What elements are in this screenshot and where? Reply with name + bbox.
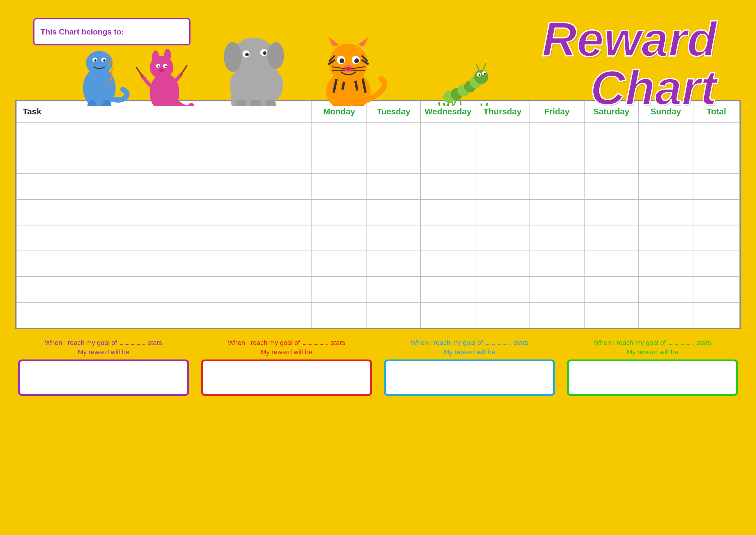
saturday-cell-6[interactable]: [584, 277, 639, 302]
tuesday-cell-4[interactable]: [366, 225, 420, 251]
title-block: Reward Chart: [542, 15, 717, 112]
svg-point-13: [152, 50, 159, 64]
svg-line-47: [329, 55, 335, 61]
reward-text-blue: When I reach my goal of starsMy reward w…: [411, 338, 528, 357]
thursday-cell-3[interactable]: [475, 199, 529, 225]
table-row[interactable]: [16, 302, 740, 328]
total-cell-0[interactable]: [693, 122, 740, 148]
task-cell-6[interactable]: [16, 277, 312, 302]
saturday-cell-5[interactable]: [584, 251, 639, 277]
sunday-cell-1[interactable]: [639, 148, 693, 174]
thursday-cell-1[interactable]: [475, 148, 529, 174]
friday-cell-0[interactable]: [530, 122, 584, 148]
reward-box-purple[interactable]: [18, 359, 189, 396]
sunday-cell-4[interactable]: [639, 225, 693, 251]
friday-cell-5[interactable]: [530, 251, 584, 277]
friday-cell-1[interactable]: [530, 148, 584, 174]
task-cell-7[interactable]: [16, 302, 312, 328]
col-tuesday: Tuesday: [366, 101, 420, 122]
tuesday-cell-6[interactable]: [366, 277, 420, 302]
wednesday-cell-1[interactable]: [420, 148, 475, 174]
wednesday-cell-3[interactable]: [420, 199, 475, 225]
svg-point-28: [243, 50, 250, 58]
sunday-cell-3[interactable]: [639, 199, 693, 225]
tuesday-cell-3[interactable]: [366, 199, 420, 225]
table-row[interactable]: [16, 251, 740, 277]
tuesday-cell-1[interactable]: [366, 148, 420, 174]
wednesday-cell-4[interactable]: [420, 225, 475, 251]
saturday-cell-7[interactable]: [584, 302, 639, 328]
task-cell-0[interactable]: [16, 122, 312, 148]
sunday-cell-0[interactable]: [639, 122, 693, 148]
total-cell-5[interactable]: [693, 251, 740, 277]
sunday-cell-6[interactable]: [639, 277, 693, 302]
svg-line-39: [343, 75, 346, 90]
table-row[interactable]: [16, 277, 740, 302]
tuesday-cell-2[interactable]: [366, 174, 420, 199]
wednesday-cell-7[interactable]: [420, 302, 475, 328]
saturday-cell-0[interactable]: [584, 122, 639, 148]
wednesday-cell-6[interactable]: [420, 277, 475, 302]
sunday-cell-5[interactable]: [639, 251, 693, 277]
task-cell-5[interactable]: [16, 251, 312, 277]
wednesday-cell-2[interactable]: [420, 174, 475, 199]
thursday-cell-0[interactable]: [475, 122, 529, 148]
thursday-cell-6[interactable]: [475, 277, 529, 302]
saturday-cell-1[interactable]: [584, 148, 639, 174]
thursday-cell-7[interactable]: [475, 302, 529, 328]
thursday-cell-4[interactable]: [475, 225, 529, 251]
header: This Chart belongs to: Reward Chart: [15, 12, 741, 97]
reward-box-blue[interactable]: [384, 359, 555, 396]
tuesday-cell-0[interactable]: [366, 122, 420, 148]
reward-box-green[interactable]: [567, 359, 738, 396]
total-cell-1[interactable]: [693, 148, 740, 174]
svg-marker-7: [110, 65, 115, 75]
task-cell-2[interactable]: [16, 174, 312, 199]
monday-cell-6[interactable]: [312, 277, 366, 302]
svg-line-40: [354, 76, 358, 91]
svg-point-76: [484, 59, 488, 63]
total-cell-2[interactable]: [693, 174, 740, 199]
sunday-cell-2[interactable]: [639, 174, 693, 199]
thursday-cell-2[interactable]: [475, 174, 529, 199]
monday-cell-7[interactable]: [312, 302, 366, 328]
monday-cell-0[interactable]: [312, 122, 366, 148]
wednesday-cell-5[interactable]: [420, 251, 475, 277]
total-cell-3[interactable]: [693, 199, 740, 225]
svg-point-19: [159, 69, 164, 72]
sunday-cell-7[interactable]: [639, 302, 693, 328]
friday-cell-6[interactable]: [530, 277, 584, 302]
table-row[interactable]: [16, 199, 740, 225]
table-row[interactable]: [16, 174, 740, 199]
tuesday-cell-5[interactable]: [366, 251, 420, 277]
table-row[interactable]: [16, 225, 740, 251]
svg-point-29: [260, 49, 268, 56]
monday-cell-2[interactable]: [312, 174, 366, 199]
task-cell-4[interactable]: [16, 225, 312, 251]
wednesday-cell-0[interactable]: [420, 122, 475, 148]
table-row[interactable]: [16, 148, 740, 174]
svg-line-59: [332, 67, 345, 69]
reward-box-red[interactable]: [201, 359, 372, 396]
thursday-cell-5[interactable]: [475, 251, 529, 277]
friday-cell-7[interactable]: [530, 302, 584, 328]
monday-cell-4[interactable]: [312, 225, 366, 251]
total-cell-4[interactable]: [693, 225, 740, 251]
saturday-cell-4[interactable]: [584, 225, 639, 251]
table-row[interactable]: [16, 122, 740, 148]
monday-cell-1[interactable]: [312, 148, 366, 174]
total-cell-6[interactable]: [693, 277, 740, 302]
friday-cell-2[interactable]: [530, 174, 584, 199]
svg-point-75: [474, 60, 478, 64]
monday-cell-5[interactable]: [312, 251, 366, 277]
saturday-cell-2[interactable]: [584, 174, 639, 199]
svg-point-71: [479, 74, 480, 76]
task-cell-1[interactable]: [16, 148, 312, 174]
friday-cell-4[interactable]: [530, 225, 584, 251]
friday-cell-3[interactable]: [530, 199, 584, 225]
saturday-cell-3[interactable]: [584, 199, 639, 225]
task-cell-3[interactable]: [16, 199, 312, 225]
total-cell-7[interactable]: [693, 302, 740, 328]
tuesday-cell-7[interactable]: [366, 302, 420, 328]
monday-cell-3[interactable]: [312, 199, 366, 225]
